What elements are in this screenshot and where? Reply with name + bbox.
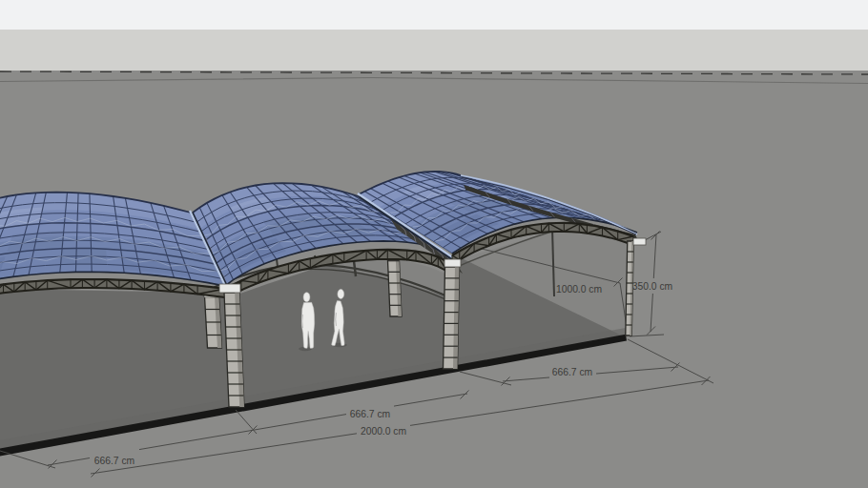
svg-text:2000.0 cm: 2000.0 cm [361, 426, 406, 437]
svg-text:666.7 cm: 666.7 cm [350, 409, 390, 419]
svg-text:1000.0 cm: 1000.0 cm [556, 284, 602, 295]
svg-text:666.7 cm: 666.7 cm [94, 456, 134, 466]
svg-text:350.0 cm: 350.0 cm [632, 281, 672, 292]
svg-text:666.7 cm: 666.7 cm [552, 367, 592, 377]
